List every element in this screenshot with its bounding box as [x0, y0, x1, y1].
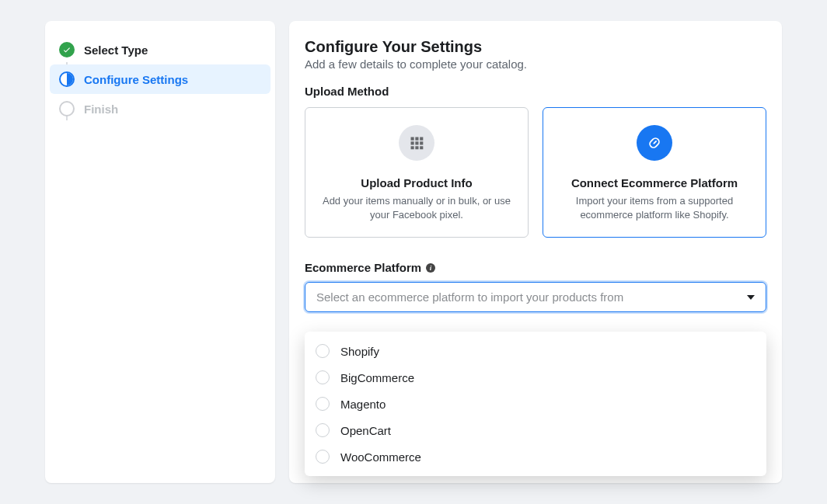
- upload-method-cards: Upload Product Info Add your items manua…: [305, 107, 766, 238]
- option-shopify[interactable]: Shopify: [305, 338, 766, 364]
- option-woocommerce[interactable]: WooCommerce: [305, 443, 766, 470]
- radio-icon: [316, 370, 330, 384]
- step-label: Finish: [84, 103, 118, 116]
- option-label: Magento: [340, 398, 386, 411]
- step-configure-settings[interactable]: Configure Settings: [50, 64, 270, 94]
- step-label: Configure Settings: [84, 73, 188, 86]
- option-opencart[interactable]: OpenCart: [305, 417, 766, 443]
- option-magento[interactable]: Magento: [305, 391, 766, 417]
- page-title: Configure Your Settings: [305, 38, 766, 56]
- connect-ecommerce-card[interactable]: Connect Ecommerce Platform Import your i…: [543, 107, 766, 238]
- step-label: Select Type: [84, 43, 148, 57]
- card-description: Add your items manually or in bulk, or u…: [319, 194, 514, 221]
- page-subtitle: Add a few details to complete your catal…: [305, 57, 766, 71]
- option-bigcommerce[interactable]: BigCommerce: [305, 364, 766, 391]
- main-panel: Configure Your Settings Add a few detail…: [289, 21, 782, 483]
- option-label: BigCommerce: [340, 371, 414, 384]
- upload-method-label: Upload Method: [305, 85, 766, 98]
- ecommerce-platform-select[interactable]: Select an ecommerce platform to import y…: [305, 282, 766, 312]
- wizard-sidebar: Select Type Configure Settings Finish: [45, 21, 275, 483]
- info-icon[interactable]: i: [426, 263, 435, 273]
- step-select-type[interactable]: Select Type: [45, 35, 275, 64]
- check-icon: [59, 42, 75, 57]
- radio-icon: [316, 450, 330, 464]
- empty-circle-icon: [59, 101, 75, 116]
- half-circle-icon: [59, 71, 75, 87]
- radio-icon: [316, 423, 330, 437]
- upload-product-info-card[interactable]: Upload Product Info Add your items manua…: [305, 107, 529, 238]
- card-title: Connect Ecommerce Platform: [557, 176, 752, 189]
- radio-icon: [316, 344, 330, 358]
- grid-icon: [399, 125, 434, 161]
- chevron-down-icon: [747, 295, 755, 300]
- option-label: OpenCart: [340, 424, 391, 437]
- step-finish[interactable]: Finish: [45, 94, 275, 123]
- platform-dropdown: Shopify BigCommerce Magento OpenCart Woo…: [305, 332, 766, 476]
- card-description: Import your items from a supported ecomm…: [557, 194, 752, 221]
- select-placeholder: Select an ecommerce platform to import y…: [316, 290, 623, 304]
- radio-icon: [316, 397, 330, 411]
- link-icon: [637, 125, 672, 161]
- ecommerce-platform-label: Ecommerce Platform i: [305, 261, 435, 274]
- option-label: WooCommerce: [340, 450, 421, 464]
- option-label: Shopify: [340, 345, 379, 358]
- card-title: Upload Product Info: [319, 176, 514, 189]
